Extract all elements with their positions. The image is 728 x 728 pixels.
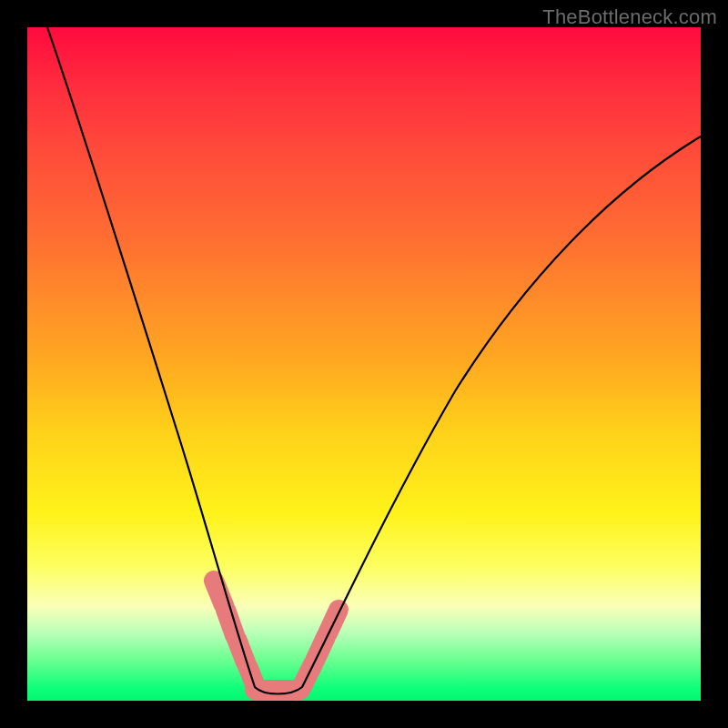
chart-stage: TheBottleneck.com — [0, 0, 728, 728]
plot-area — [27, 27, 701, 701]
curve-overlay — [27, 27, 701, 701]
highlight-markers — [214, 581, 339, 690]
watermark-text: TheBottleneck.com — [542, 5, 717, 29]
bottleneck-curve — [47, 27, 701, 694]
